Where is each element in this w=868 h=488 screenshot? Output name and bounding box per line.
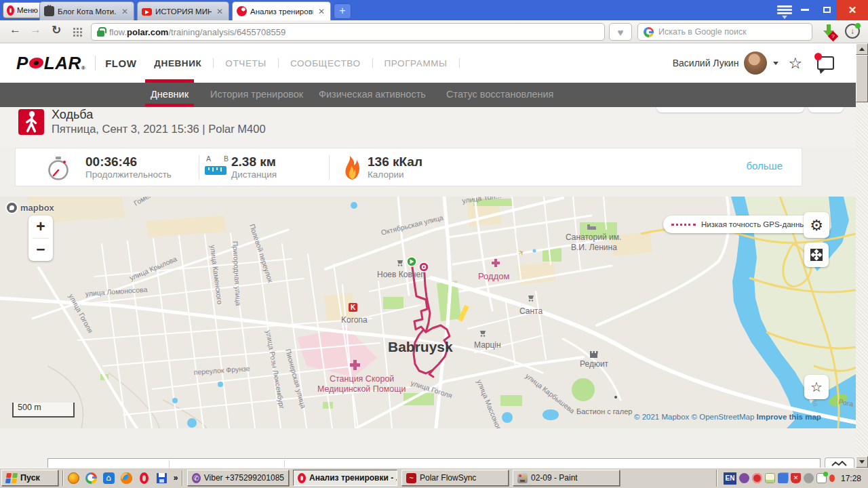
- new-tab-button[interactable]: +: [334, 3, 351, 19]
- map-label: Роддом: [478, 271, 509, 281]
- quicklaunch-opera-icon[interactable]: [137, 471, 151, 485]
- viber-tray-icon[interactable]: [739, 473, 749, 483]
- mail-tray-icon[interactable]: [816, 473, 827, 483]
- activity-sport-title: Ходьба: [52, 108, 93, 122]
- subnav-training-history[interactable]: История тренировок: [210, 89, 303, 100]
- minimize-button[interactable]: [795, 0, 815, 19]
- quicklaunch-app-icon[interactable]: ⌂: [102, 471, 115, 485]
- start-label: Пуск: [20, 473, 40, 483]
- antivirus-tray-icon[interactable]: [752, 473, 762, 483]
- flow-label: FLOW: [105, 58, 136, 69]
- active-subnav-underline: [145, 104, 194, 106]
- taskbar-flowsync-button[interactable]: ~ Polar FlowSync: [401, 470, 509, 486]
- speed-dial-icon[interactable]: [73, 28, 82, 37]
- stat-divider: [329, 155, 330, 180]
- forward-icon[interactable]: →: [30, 23, 41, 37]
- zoom-out-button[interactable]: −: [28, 239, 53, 261]
- nav-diary[interactable]: ДНЕВНИК: [151, 58, 204, 68]
- opera-logo-icon: [7, 5, 14, 16]
- more-link[interactable]: больше: [746, 160, 783, 171]
- language-indicator[interactable]: EN: [724, 472, 736, 485]
- polar-logo[interactable]: PLAR®: [16, 53, 85, 74]
- user-name[interactable]: Василий Лукин: [673, 58, 739, 68]
- subnav-recovery-status[interactable]: Статус восстановления: [446, 89, 553, 100]
- summary-stats-card: 00:36:46 Продолжительность А В 2.38 км Д…: [15, 148, 802, 186]
- tab-close-icon[interactable]: ✕: [317, 7, 326, 16]
- route-start-marker: [407, 257, 416, 266]
- distance-value: 2.38 км: [231, 155, 276, 169]
- quicklaunch-chrome-icon[interactable]: [84, 471, 98, 485]
- scroll-down-button[interactable]: [856, 456, 868, 468]
- address-toolbar: ← → ↻ flow.polar.com/training/analysis/6…: [0, 20, 868, 43]
- tab-list-icon[interactable]: [777, 5, 792, 19]
- scrollbar-thumb[interactable]: [856, 55, 868, 102]
- notes-tray-icon[interactable]: [765, 473, 775, 483]
- nav-programs[interactable]: ПРОГРАММЫ: [382, 58, 450, 68]
- taskbar-viber-button[interactable]: ✆ Viber +375299201085: [187, 470, 289, 486]
- bookmark-heart-button[interactable]: ♥: [609, 23, 632, 41]
- tab-polar-active[interactable]: Анализ тренировки - Polar F ✕: [232, 1, 331, 20]
- tab-title: Анализ тренировки - Polar F: [250, 7, 313, 16]
- favorites-star-icon[interactable]: ☆: [788, 54, 802, 72]
- chevron-down-icon[interactable]: [773, 62, 778, 65]
- url-bar[interactable]: flow.polar.com/training/analysis/6455708…: [91, 23, 605, 41]
- route-map[interactable]: K ✈ Гомель...Октябрьская улицаулица Тол.…: [0, 197, 856, 428]
- security-alert-tray-icon[interactable]: ✕: [791, 473, 801, 483]
- mapbox-logo[interactable]: mapbox: [5, 201, 54, 214]
- google-search-input[interactable]: Искать в Google поиск: [637, 23, 812, 41]
- nav-community[interactable]: СООБЩЕСТВО: [288, 58, 363, 68]
- active-nav-marker: [145, 79, 194, 83]
- viber-icon: ✆: [192, 473, 201, 483]
- menu-button-label: Меню: [17, 6, 38, 14]
- taskbar: Пуск ⌂ » ✆ Viber +375299201085 Анализ тр…: [0, 468, 868, 488]
- fullscreen-button[interactable]: [804, 243, 829, 267]
- tab-youtube[interactable]: ИСТОРИЯ МИН ЛАНЬ-12 сер ✕: [137, 1, 229, 20]
- quicklaunch-overflow[interactable]: »: [171, 471, 180, 485]
- update-dot: [855, 23, 861, 28]
- map-settings-button[interactable]: ⚙: [804, 212, 829, 238]
- vertical-scrollbar[interactable]: [856, 43, 868, 468]
- subnav-physical-activity[interactable]: Физическая активность: [319, 89, 426, 100]
- reload-icon[interactable]: ↻: [52, 23, 61, 37]
- tab-close-icon[interactable]: ✕: [120, 7, 130, 16]
- quicklaunch-save-icon[interactable]: [155, 471, 168, 485]
- tab-title: Блог Кота Моти.: [58, 7, 117, 16]
- opera-menu-button[interactable]: Меню: [3, 2, 42, 18]
- taskbar-paint-button[interactable]: 02-09 - Paint: [513, 470, 620, 486]
- opera-icon: [298, 473, 306, 483]
- update-icon[interactable]: ↓: [845, 24, 860, 39]
- download-icon[interactable]: ?: [822, 24, 835, 39]
- tab-close-icon[interactable]: ✕: [215, 7, 224, 16]
- quicklaunch-dcpp-icon[interactable]: [66, 471, 80, 485]
- subnav-diary[interactable]: Дневник: [151, 89, 189, 100]
- start-button[interactable]: Пуск: [1, 470, 58, 486]
- map-scale: 500 m: [12, 403, 75, 418]
- maximize-button[interactable]: [816, 0, 837, 19]
- map-attribution: © 2021 Mapbox © OpenStreetMap Improve th…: [634, 413, 821, 421]
- top-navigation: ДНЕВНИК ОТЧЕТЫ СООБЩЕСТВО ПРОГРАММЫ: [151, 58, 468, 68]
- improve-map-link[interactable]: Improve this map: [757, 413, 821, 421]
- zoom-in-button[interactable]: +: [28, 216, 53, 238]
- system-tray: EN ✕ 17:28: [716, 470, 867, 487]
- google-logo-icon: [644, 27, 654, 37]
- notifications-icon[interactable]: [817, 56, 834, 70]
- taskbar-opera-analysis-button[interactable]: Анализ тренировки - ...: [293, 470, 397, 486]
- avatar[interactable]: [744, 52, 767, 75]
- map-label: Бастион с галер: [576, 407, 632, 415]
- tab-blog[interactable]: Блог Кота Моти. ✕: [39, 1, 134, 20]
- attribution-text: © 2021 Mapbox © OpenStreetMap: [634, 413, 757, 421]
- nav-reports[interactable]: ОТЧЕТЫ: [222, 58, 269, 68]
- scroll-up-button[interactable]: [856, 43, 868, 55]
- browser-titlebar: Меню Блог Кота Моти. ✕ ИСТОРИЯ МИН ЛАНЬ-…: [0, 0, 868, 20]
- close-button[interactable]: ✕: [837, 0, 868, 20]
- opera-tray-icon[interactable]: [829, 474, 835, 482]
- fullscreen-icon: [808, 247, 825, 263]
- search-placeholder: Искать в Google поиск: [658, 27, 747, 37]
- chart-peek: [825, 458, 854, 468]
- favorite-route-button[interactable]: ☆: [804, 375, 829, 399]
- network-tray-icon[interactable]: [778, 473, 788, 483]
- back-icon[interactable]: ←: [9, 23, 21, 37]
- device-tray-icon[interactable]: [804, 473, 814, 483]
- quicklaunch-firefox-icon[interactable]: [119, 471, 133, 485]
- youtube-favicon-icon: [142, 8, 152, 16]
